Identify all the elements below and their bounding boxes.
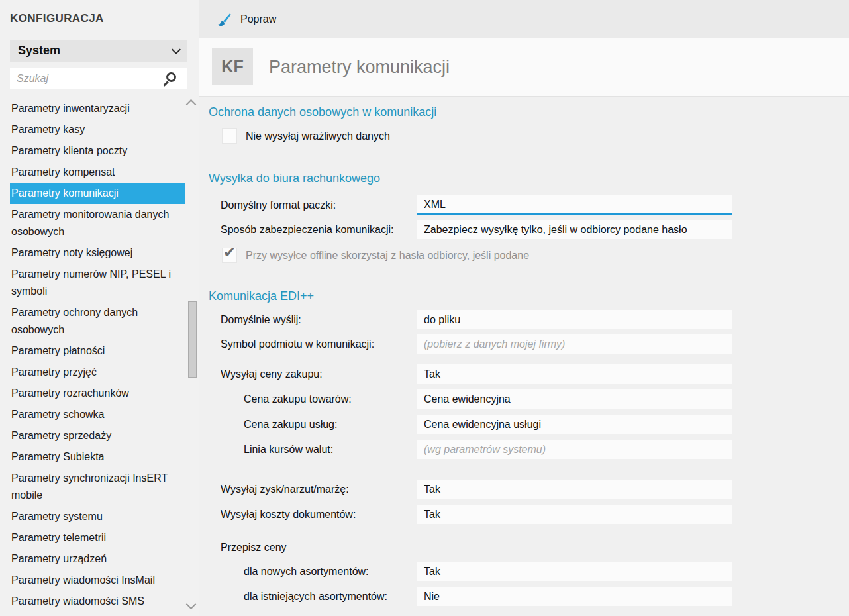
- field-row-new-assortments: dla nowych asortymentów: Tak: [199, 562, 849, 581]
- search-icon[interactable]: [166, 72, 176, 82]
- module-badge: KF: [212, 48, 253, 85]
- field-label: Cena zakupu towarów:: [244, 393, 417, 405]
- section-title-accounting: Wysyłka do biura rachunkowego: [209, 172, 849, 185]
- section-title-privacy: Ochrona danych osobowych w komunikacji: [209, 105, 849, 119]
- page-header: KF Parametry komunikacji: [199, 38, 849, 97]
- new-assortments-field[interactable]: Tak: [417, 562, 732, 581]
- sidebar-item[interactable]: Parametry rozrachunków: [10, 383, 185, 404]
- send-purchase-prices-field[interactable]: Tak: [417, 364, 732, 384]
- field-row-package-format: Domyślny format paczki: XML: [199, 195, 849, 215]
- field-label: Linia kursów walut:: [244, 444, 417, 456]
- sidebar-item[interactable]: Parametry przyjęć: [10, 362, 185, 383]
- group-label-rewrite-prices: Przepisz ceny: [221, 542, 849, 554]
- sidebar-item[interactable]: Parametry telemetrii: [10, 527, 185, 548]
- category-dropdown[interactable]: System: [10, 40, 187, 62]
- field-row-send-document-costs: Wysyłaj koszty dokumentów: Tak: [199, 505, 849, 524]
- field-row-entity-symbol: Symbol podmiotu w komunikacji: (pobierz …: [199, 334, 849, 354]
- sidebar-item[interactable]: Parametry wiadomości SMS: [10, 591, 185, 612]
- services-purchase-price-field[interactable]: Cena ewidencyjna usługi: [417, 415, 732, 434]
- field-label: Sposób zabezpieczenia komunikacji:: [221, 224, 417, 236]
- field-row-send-purchase-prices: Wysyłaj ceny zakupu: Tak: [199, 364, 849, 384]
- scroll-up-icon[interactable]: [186, 99, 197, 110]
- field-label: Domyślnie wyślij:: [221, 314, 417, 326]
- config-sidebar: KONFIGURACJA System Parametry inwentaryz…: [0, 0, 199, 616]
- brush-icon: [217, 11, 232, 27]
- checkbox-row-offline-password: Przy wysyłce offline skorzystaj z hasła …: [222, 248, 849, 263]
- checkbox-sensitive-data[interactable]: [222, 128, 237, 144]
- section-title-edi: Komunikacja EDI++: [209, 289, 849, 303]
- security-method-field[interactable]: Zabezpiecz wysyłkę tylko, jeśli w odbior…: [417, 220, 732, 239]
- sidebar-item[interactable]: Parametry windykacji: [10, 612, 185, 616]
- sidebar-item[interactable]: Parametry Subiekta: [10, 446, 185, 468]
- checkbox-label: Przy wysyłce offline skorzystaj z hasła …: [246, 250, 529, 262]
- scroll-down-icon[interactable]: [186, 599, 197, 610]
- sidebar-title: KONFIGURACJA: [10, 12, 104, 25]
- field-label: Wysyłaj ceny zakupu:: [221, 368, 417, 380]
- currency-rates-line-field[interactable]: (wg parametrów systemu): [417, 440, 732, 459]
- default-send-field[interactable]: do pliku: [417, 310, 732, 329]
- sidebar-item[interactable]: Parametry noty księgowej: [10, 242, 185, 264]
- field-label: dla nowych asortymentów:: [244, 566, 417, 578]
- scrollbar-thumb[interactable]: [188, 301, 197, 378]
- send-profit-field[interactable]: Tak: [417, 480, 732, 499]
- send-document-costs-field[interactable]: Tak: [417, 505, 732, 524]
- sidebar-nav: Parametry inwentaryzacji Parametry kasy …: [10, 98, 185, 616]
- entity-symbol-field[interactable]: (pobierz z danych mojej firmy): [417, 334, 732, 354]
- field-row-services-purchase-price: Cena zakupu usług: Cena ewidencyjna usłu…: [199, 415, 849, 434]
- sidebar-item[interactable]: Parametry urządzeń: [10, 548, 185, 570]
- existing-assortments-field[interactable]: Nie: [417, 587, 732, 606]
- field-row-goods-purchase-price: Cena zakupu towarów: Cena ewidencyjna: [199, 389, 849, 409]
- sidebar-item[interactable]: Parametry inwentaryzacji: [10, 98, 185, 119]
- sidebar-item[interactable]: Parametry synchronizacji InsERT mobile: [10, 468, 185, 506]
- field-row-send-profit: Wysyłaj zysk/narzut/marżę: Tak: [199, 480, 849, 499]
- sidebar-item[interactable]: Parametry płatności: [10, 340, 185, 362]
- field-row-currency-rates-line: Linia kursów walut: (wg parametrów syste…: [199, 440, 849, 459]
- sidebar-item-selected[interactable]: Parametry komunikacji: [10, 183, 185, 204]
- chevron-down-icon: [172, 44, 181, 54]
- main-panel: Popraw KF Parametry komunikacji Ochrona …: [199, 0, 849, 616]
- sidebar-item[interactable]: Parametry kasy: [10, 119, 185, 140]
- sidebar-item[interactable]: Parametry sprzedaży: [10, 425, 185, 446]
- sidebar-item[interactable]: Parametry systemu: [10, 506, 185, 527]
- sidebar-item[interactable]: Parametry ochrony danych osobowych: [10, 302, 185, 340]
- sidebar-item[interactable]: Parametry monitorowania danych osobowych: [10, 204, 185, 242]
- toolbar: Popraw: [199, 0, 849, 38]
- field-label: Wysyłaj koszty dokumentów:: [221, 509, 417, 521]
- checkbox-offline-password[interactable]: [222, 248, 237, 263]
- field-label: dla istniejących asortymentów:: [244, 591, 417, 603]
- category-dropdown-value: System: [18, 44, 60, 58]
- package-format-field[interactable]: XML: [417, 195, 732, 215]
- checkbox-label: Nie wysyłaj wrażliwych danych: [246, 130, 390, 142]
- field-label: Wysyłaj zysk/narzut/marżę:: [221, 484, 417, 495]
- search-box: [10, 68, 187, 89]
- sidebar-item[interactable]: Parametry wiadomości InsMail: [10, 570, 185, 591]
- field-row-existing-assortments: dla istniejących asortymentów: Nie: [199, 587, 849, 606]
- sidebar-item[interactable]: Parametry klienta poczty: [10, 140, 185, 162]
- sidebar-item[interactable]: Parametry kompensat: [10, 162, 185, 183]
- field-row-default-send: Domyślnie wyślij: do pliku: [199, 310, 849, 329]
- field-label: Domyślny format paczki:: [221, 199, 417, 211]
- field-label: Cena zakupu usług:: [244, 419, 417, 431]
- search-input[interactable]: [10, 68, 172, 89]
- checkbox-row-sensitive-data: Nie wysyłaj wrażliwych danych: [222, 128, 849, 144]
- sidebar-item[interactable]: Parametry numerów NIP, PESEL i symboli: [10, 264, 185, 302]
- field-row-security-method: Sposób zabezpieczenia komunikacji: Zabez…: [199, 220, 849, 239]
- popraw-button-label: Popraw: [240, 13, 276, 25]
- page-title: Parametry komunikacji: [269, 57, 450, 77]
- field-label: Symbol podmiotu w komunikacji:: [221, 338, 417, 350]
- settings-form: Ochrona danych osobowych w komunikacji N…: [199, 105, 849, 606]
- goods-purchase-price-field[interactable]: Cena ewidencyjna: [417, 389, 732, 409]
- sidebar-item[interactable]: Parametry schowka: [10, 404, 185, 425]
- popraw-button[interactable]: Popraw: [217, 11, 276, 27]
